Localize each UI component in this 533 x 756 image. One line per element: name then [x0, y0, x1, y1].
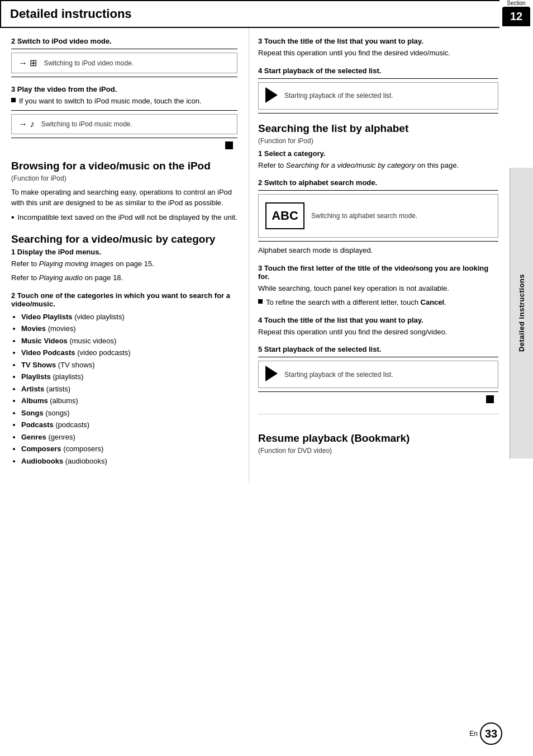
list-item: Playlists (playlists) — [21, 371, 237, 382]
cat-step1-ref2-text: Refer to — [11, 273, 39, 282]
alpha-step1-italic: Searching for a video/music by category — [286, 161, 415, 169]
browsing-note: • Incompatible text saved on the iPod wi… — [11, 212, 237, 224]
alphabet-function: (Function for iPod) — [258, 137, 498, 145]
alpha-step5-heading: 5 Start playback of the selected list. — [258, 345, 498, 353]
browsing-function: (Function for iPod) — [11, 174, 237, 182]
section-number: 12 — [502, 7, 530, 26]
resume-function: (Function for DVD video) — [258, 447, 498, 455]
stop-icon-container — [11, 141, 237, 151]
page-title: Detailed instructions — [10, 7, 491, 21]
resume-block: Resume playback (Bookmark) (Function for… — [258, 414, 498, 455]
alphabet-title: Searching the list by alphabet — [258, 122, 498, 135]
footer: En 33 — [469, 722, 502, 745]
cat-step1-ref1-suffix: on page 15. — [114, 259, 154, 268]
alpha-step2: 2 Switch to alphabet search mode. ABC Sw… — [258, 178, 498, 256]
right-column: 3 Touch the title of the list that you w… — [249, 28, 510, 483]
list-item: Podcasts (podcasts) — [21, 419, 237, 431]
step3-icon-row: → ♪ Switching to iPod music mode. — [11, 114, 237, 134]
alpha-step5-divider-top — [258, 357, 498, 357]
cat-step2-heading: 2 Touch one of the categories in which y… — [11, 291, 237, 308]
divider4 — [11, 138, 237, 138]
step2-block: 2 Switch to iPod video mode. → ⊞ Switchi… — [11, 37, 237, 77]
alphabet-block: Searching the list by alphabet (Function… — [258, 122, 498, 405]
page-wrapper: Section 12 Detailed instructions Detaile… — [0, 0, 533, 756]
stop-icon — [225, 141, 233, 149]
step3-block: 3 Play the video from the iPod. If you w… — [11, 85, 237, 151]
cat-step1-ref2-suffix: on page 18. — [83, 273, 123, 282]
divider1 — [11, 49, 237, 49]
alpha-step1-text: Refer to — [258, 161, 286, 169]
alpha-step4: 4 Touch the title of the list that you w… — [258, 316, 498, 338]
list-item: Audiobooks (audiobooks) — [21, 456, 237, 467]
cat-step1-ref1-text: Refer to — [11, 259, 39, 268]
list-item: Albums (albums) — [21, 395, 237, 407]
alpha-step3-heading: 3 Touch the first letter of the title of… — [258, 264, 498, 281]
alpha-step3-desc: While searching, touch panel key operati… — [258, 283, 498, 294]
list-item: Video Podcasts (video podcasts) — [21, 347, 237, 358]
sidebar-label: Detailed instructions — [517, 274, 526, 352]
left-column: 2 Switch to iPod video mode. → ⊞ Switchi… — [0, 28, 249, 483]
list-item: Music Videos (music videos) — [21, 336, 237, 347]
step2-icon-row: → ⊞ Switching to iPod video mode. — [11, 53, 237, 73]
divider2 — [11, 77, 237, 77]
cat-step1: 1 Display the iPod menus. Refer to Playi… — [11, 248, 237, 284]
play-icon — [265, 87, 278, 105]
alpha-step5-divider-bot — [258, 391, 498, 392]
alpha-step1-heading: 1 Select a category. — [258, 149, 498, 158]
cat-step3-block: 3 Touch the title of the list that you w… — [258, 37, 498, 59]
abc-icon: ABC — [265, 202, 304, 229]
list-item: Composers (composers) — [21, 443, 237, 455]
browsing-title: Browsing for a video/music on the iPod — [11, 160, 237, 172]
alpha-step5-caption: Starting playback of the selected list. — [284, 371, 393, 379]
alpha-step3-note: To refine the search with a different le… — [258, 297, 498, 308]
cat-step4-icon-row: Starting playback of the selected list. — [258, 82, 498, 110]
category-block: Searching for a video/music by category … — [11, 233, 237, 467]
alpha-step1-desc: Refer to Searching for a video/music by … — [258, 160, 498, 171]
category-title: Searching for a video/music by category — [11, 233, 237, 245]
alpha-step2-icon-row: ABC Switching to alphabet search mode. — [258, 194, 498, 238]
step2-caption: Switching to iPod video mode. — [44, 59, 134, 67]
alpha-step3-note-text: To refine the search with a different le… — [266, 297, 446, 308]
section-badge: Section 12 — [499, 0, 533, 26]
list-item: Movies (movies) — [21, 323, 237, 334]
note-square-icon — [11, 98, 16, 102]
list-item: Songs (songs) — [21, 408, 237, 419]
step3-note-text: If you want to switch to iPod music mode… — [19, 96, 202, 107]
note-square-icon2 — [258, 299, 263, 304]
browsing-block: Browsing for a video/music on the iPod (… — [11, 160, 237, 224]
alpha-step2-heading: 2 Switch to alphabet search mode. — [258, 178, 498, 187]
cat-step4-heading: 4 Start playback of the selected list. — [258, 67, 498, 75]
alpha-step4-desc: Repeat this operation until you find the… — [258, 327, 498, 338]
alpha-step5: 5 Start playback of the selected list. S… — [258, 345, 498, 405]
alpha-step4-heading: 4 Touch the title of the list that you w… — [258, 316, 498, 324]
play-icon2 — [265, 366, 278, 383]
stop-icon-container2 — [258, 395, 498, 405]
alpha-step2-note: Alphabet search mode is displayed. — [258, 245, 498, 256]
cat-step4-divider-top — [258, 78, 498, 79]
cat-step1-ref1: Refer to Playing moving images on page 1… — [11, 258, 237, 270]
browsing-note-text: Incompatible text saved on the iPod will… — [18, 212, 237, 223]
cat-step2: 2 Touch one of the categories in which y… — [11, 291, 237, 467]
step3-arrow-icon: → ♪ — [18, 119, 34, 129]
bullet-dot: • — [11, 211, 15, 224]
cat-step1-ref1-italic: Playing moving images — [39, 259, 114, 268]
cat-step1-heading: 1 Display the iPod menus. — [11, 248, 237, 256]
list-item: Artists (artists) — [21, 384, 237, 395]
cat-step4-block: 4 Start playback of the selected list. S… — [258, 67, 498, 114]
browsing-desc: To make operating and searching easy, op… — [11, 187, 237, 209]
sidebar-label-container: Detailed instructions — [510, 168, 533, 459]
cat-step4-divider-bot — [258, 113, 498, 114]
list-item: Video Playlists (video playlists) — [21, 311, 237, 323]
step2-arrow-icon: → ⊞ — [18, 58, 37, 68]
en-label: En — [469, 730, 478, 738]
resume-title: Resume playback (Bookmark) — [258, 432, 498, 445]
step3-note: If you want to switch to iPod music mode… — [11, 96, 237, 107]
alpha-step2-divider-bot — [258, 241, 498, 242]
cat-step4-caption: Starting playback of the selected list. — [284, 92, 393, 100]
list-item: Genres (genres) — [21, 432, 237, 443]
cat-step1-ref2-italic: Playing audio — [39, 273, 83, 282]
page-number: 33 — [480, 722, 502, 745]
alpha-step1-suffix: on this page. — [415, 161, 459, 169]
alpha-step2-caption: Switching to alphabet search mode. — [311, 212, 417, 220]
step2-heading: 2 Switch to iPod video mode. — [11, 37, 237, 45]
